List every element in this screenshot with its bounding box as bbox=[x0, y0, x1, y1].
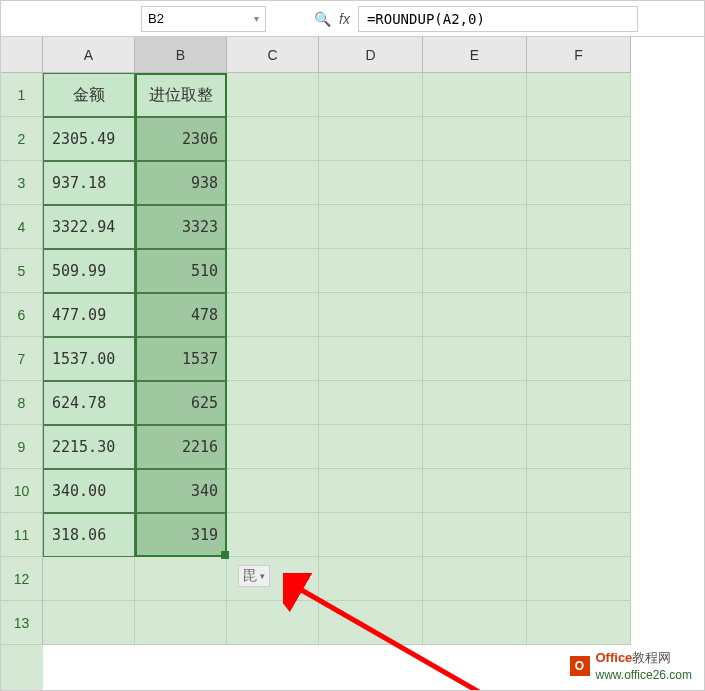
cell-E10[interactable] bbox=[423, 469, 527, 513]
search-icon[interactable]: 🔍 bbox=[314, 11, 331, 27]
cell-F7[interactable] bbox=[527, 337, 631, 381]
cell-C11[interactable] bbox=[227, 513, 319, 557]
cell-E5[interactable] bbox=[423, 249, 527, 293]
cell-C1[interactable] bbox=[227, 73, 319, 117]
cell-B12[interactable] bbox=[135, 557, 227, 601]
cell-D12[interactable] bbox=[319, 557, 423, 601]
cell-A3[interactable]: 937.18 bbox=[43, 161, 135, 205]
cell-E6[interactable] bbox=[423, 293, 527, 337]
cell-E12[interactable] bbox=[423, 557, 527, 601]
cell-A12[interactable] bbox=[43, 557, 135, 601]
cell-F8[interactable] bbox=[527, 381, 631, 425]
cell-E7[interactable] bbox=[423, 337, 527, 381]
col-header-D[interactable]: D bbox=[319, 37, 423, 73]
cell-C13[interactable] bbox=[227, 601, 319, 645]
formula-bar[interactable]: =ROUNDUP(A2,0) bbox=[358, 6, 638, 32]
cell-B9[interactable]: 2216 bbox=[135, 425, 227, 469]
cell-A4[interactable]: 3322.94 bbox=[43, 205, 135, 249]
cell-F6[interactable] bbox=[527, 293, 631, 337]
cell-D6[interactable] bbox=[319, 293, 423, 337]
fx-icon[interactable]: fx bbox=[339, 11, 350, 27]
cell-A7[interactable]: 1537.00 bbox=[43, 337, 135, 381]
cell-B2[interactable]: 2306 bbox=[135, 117, 227, 161]
cell-F9[interactable] bbox=[527, 425, 631, 469]
cell-F10[interactable] bbox=[527, 469, 631, 513]
cell-C3[interactable] bbox=[227, 161, 319, 205]
row-header-9[interactable]: 9 bbox=[1, 425, 43, 469]
cell-C7[interactable] bbox=[227, 337, 319, 381]
cell-F12[interactable] bbox=[527, 557, 631, 601]
cell-A6[interactable]: 477.09 bbox=[43, 293, 135, 337]
cell-A10[interactable]: 340.00 bbox=[43, 469, 135, 513]
cell-E3[interactable] bbox=[423, 161, 527, 205]
cell-F5[interactable] bbox=[527, 249, 631, 293]
cell-D3[interactable] bbox=[319, 161, 423, 205]
cell-B3[interactable]: 938 bbox=[135, 161, 227, 205]
cell-F4[interactable] bbox=[527, 205, 631, 249]
cell-A13[interactable] bbox=[43, 601, 135, 645]
col-header-B[interactable]: B bbox=[135, 37, 227, 73]
row-header-6[interactable]: 6 bbox=[1, 293, 43, 337]
chevron-down-icon[interactable]: ▾ bbox=[254, 13, 259, 24]
cell-F3[interactable] bbox=[527, 161, 631, 205]
cell-E9[interactable] bbox=[423, 425, 527, 469]
cell-F1[interactable] bbox=[527, 73, 631, 117]
col-header-A[interactable]: A bbox=[43, 37, 135, 73]
row-header-1[interactable]: 1 bbox=[1, 73, 43, 117]
row-header-4[interactable]: 4 bbox=[1, 205, 43, 249]
cell-E2[interactable] bbox=[423, 117, 527, 161]
row-header-3[interactable]: 3 bbox=[1, 161, 43, 205]
cell-D10[interactable] bbox=[319, 469, 423, 513]
row-header-13[interactable]: 13 bbox=[1, 601, 43, 645]
cell-C10[interactable] bbox=[227, 469, 319, 513]
row-header-5[interactable]: 5 bbox=[1, 249, 43, 293]
cell-F13[interactable] bbox=[527, 601, 631, 645]
cell-E11[interactable] bbox=[423, 513, 527, 557]
cell-C4[interactable] bbox=[227, 205, 319, 249]
cell-C9[interactable] bbox=[227, 425, 319, 469]
cell-B6[interactable]: 478 bbox=[135, 293, 227, 337]
cell-E13[interactable] bbox=[423, 601, 527, 645]
cell-B13[interactable] bbox=[135, 601, 227, 645]
cell-D8[interactable] bbox=[319, 381, 423, 425]
row-header-12[interactable]: 12 bbox=[1, 557, 43, 601]
cell-D2[interactable] bbox=[319, 117, 423, 161]
cell-D9[interactable] bbox=[319, 425, 423, 469]
cell-C5[interactable] bbox=[227, 249, 319, 293]
cell-A9[interactable]: 2215.30 bbox=[43, 425, 135, 469]
cell-E4[interactable] bbox=[423, 205, 527, 249]
cell-C6[interactable] bbox=[227, 293, 319, 337]
cell-C8[interactable] bbox=[227, 381, 319, 425]
cell-C2[interactable] bbox=[227, 117, 319, 161]
row-header-8[interactable]: 8 bbox=[1, 381, 43, 425]
cell-F2[interactable] bbox=[527, 117, 631, 161]
col-header-F[interactable]: F bbox=[527, 37, 631, 73]
autofill-options-button[interactable]: 毘 ▾ bbox=[238, 565, 270, 587]
cell-E8[interactable] bbox=[423, 381, 527, 425]
row-header-7[interactable]: 7 bbox=[1, 337, 43, 381]
cell-E1[interactable] bbox=[423, 73, 527, 117]
cell-D1[interactable] bbox=[319, 73, 423, 117]
cell-B11[interactable]: 319 bbox=[135, 513, 227, 557]
cell-D11[interactable] bbox=[319, 513, 423, 557]
name-box[interactable]: B2 ▾ bbox=[141, 6, 266, 32]
col-header-E[interactable]: E bbox=[423, 37, 527, 73]
cell-D5[interactable] bbox=[319, 249, 423, 293]
cell-D13[interactable] bbox=[319, 601, 423, 645]
cell-A1[interactable]: 金额 bbox=[43, 73, 135, 117]
cell-A8[interactable]: 624.78 bbox=[43, 381, 135, 425]
cell-B5[interactable]: 510 bbox=[135, 249, 227, 293]
col-header-C[interactable]: C bbox=[227, 37, 319, 73]
cell-D7[interactable] bbox=[319, 337, 423, 381]
select-all-corner[interactable] bbox=[1, 37, 43, 73]
cell-B10[interactable]: 340 bbox=[135, 469, 227, 513]
cell-F11[interactable] bbox=[527, 513, 631, 557]
cell-B7[interactable]: 1537 bbox=[135, 337, 227, 381]
cell-B8[interactable]: 625 bbox=[135, 381, 227, 425]
row-header-11[interactable]: 11 bbox=[1, 513, 43, 557]
cell-A11[interactable]: 318.06 bbox=[43, 513, 135, 557]
row-header-2[interactable]: 2 bbox=[1, 117, 43, 161]
cell-A2[interactable]: 2305.49 bbox=[43, 117, 135, 161]
cell-B1[interactable]: 进位取整 bbox=[135, 73, 227, 117]
cell-A5[interactable]: 509.99 bbox=[43, 249, 135, 293]
